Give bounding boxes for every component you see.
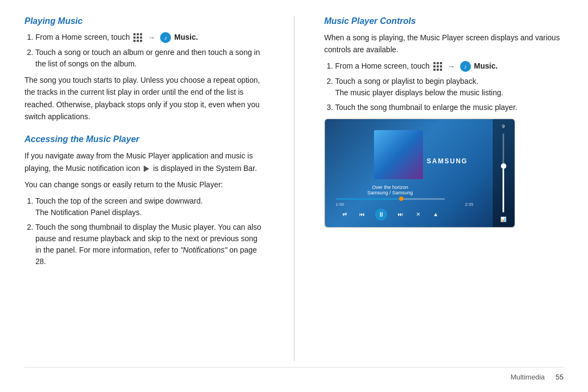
svg-rect-11	[440, 62, 442, 64]
playing-music-steps: From a Home screen, touch	[35, 32, 264, 70]
svg-rect-6	[133, 40, 136, 42]
playing-music-title: Playing Music	[24, 16, 264, 26]
svg-rect-12	[433, 65, 436, 68]
grid-icon	[133, 33, 143, 42]
footer-page: 55	[556, 373, 564, 381]
artist-name: Samsung / Samsung	[325, 190, 456, 195]
svg-rect-13	[437, 65, 439, 68]
prev-btn[interactable]: ⏮	[358, 210, 366, 219]
grid-icon-2	[433, 62, 443, 71]
music-app-icon-1	[160, 32, 171, 43]
play-notification-icon	[144, 166, 149, 172]
column-divider	[294, 16, 295, 362]
volume-track	[503, 133, 504, 212]
svg-rect-9	[433, 62, 436, 64]
arrow-icon-2: →	[448, 61, 455, 72]
svg-rect-8	[140, 40, 142, 42]
svg-rect-7	[137, 40, 139, 42]
accessing-title: Accessing the Music Player	[24, 134, 264, 144]
accessing-body2: You can change songs or easily return to…	[24, 179, 264, 191]
right-column: Music Player Controls When a song is pla…	[319, 16, 564, 362]
menu-btn[interactable]: ▲	[431, 210, 440, 219]
music-controls-section: Music Player Controls When a song is pla…	[324, 16, 564, 228]
time-left: 1:00	[336, 202, 345, 207]
step2-text: Touch a song or touch an album or genre …	[35, 48, 260, 68]
svg-rect-16	[437, 69, 439, 71]
music-controls-steps: From a Home screen, touch	[335, 60, 564, 113]
svg-rect-2	[140, 33, 142, 35]
volume-fill	[503, 165, 504, 212]
svg-rect-1	[137, 33, 139, 35]
player-screenshot: SAMSUNG Over the horizon Samsung / Samsu…	[324, 119, 515, 228]
song-info: Over the horizon Samsung / Samsung	[325, 185, 456, 195]
music-controls-intro: When a song is playing, the Music Player…	[324, 32, 564, 56]
volume-icon: 📊	[500, 217, 506, 222]
footer: Multimedia 55	[24, 367, 564, 381]
playing-music-body: The song you touch starts to play. Unles…	[24, 74, 264, 123]
progress-fill	[336, 198, 401, 200]
controls-step-2: Touch a song or playlist to begin playba…	[335, 76, 564, 99]
playing-music-step-1: From a Home screen, touch	[35, 32, 264, 44]
accessing-body1: If you navigate away from the Music Play…	[24, 150, 264, 174]
samsung-logo: SAMSUNG	[423, 157, 472, 165]
svg-rect-10	[437, 62, 439, 64]
right-panel: 9 📊	[493, 119, 514, 227]
accessing-section: Accessing the Music Player If you naviga…	[24, 134, 264, 267]
album-art: SAMSUNG	[374, 130, 423, 179]
svg-rect-0	[133, 33, 136, 35]
track-number: 9	[502, 124, 505, 129]
accessing-step-2: Touch the song thumbnail to display the …	[35, 222, 264, 267]
page: Playing Music From a Home screen, touch	[0, 0, 588, 392]
arrow-icon-1: →	[148, 32, 155, 44]
controls-step1-bold: Music.	[474, 62, 498, 70]
controls-step-3: Touch the song thumbnail to enlarge the …	[335, 102, 564, 113]
left-column: Playing Music From a Home screen, touch	[24, 16, 270, 362]
accessing-step-1: Touch the top of the screen and swipe do…	[35, 195, 264, 218]
volume-dot	[501, 163, 506, 169]
playing-music-step-2: Touch a song or touch an album or genre …	[35, 47, 264, 70]
progress-dot	[399, 197, 403, 201]
footer-section: Multimedia	[511, 373, 545, 381]
repeat-btn[interactable]: ✕	[414, 210, 422, 219]
content-area: Playing Music From a Home screen, touch	[24, 16, 564, 362]
song-title: Over the horizon	[325, 185, 456, 190]
accessing-steps: Touch the top of the screen and swipe do…	[35, 195, 264, 267]
next-btn[interactable]: ⏭	[396, 210, 405, 219]
controls-step-1: From a Home screen, touch	[335, 60, 564, 72]
music-app-icon-2	[460, 61, 471, 72]
shuffle-btn[interactable]: ⇄	[340, 210, 349, 219]
progress-bar	[336, 198, 445, 200]
svg-rect-4	[137, 36, 139, 39]
svg-rect-5	[140, 36, 142, 39]
step1-bold: Music.	[174, 33, 198, 41]
play-pause-btn[interactable]: ⏸	[375, 209, 387, 220]
player-controls: ⇄ ⏮ ⏸ ⏭ ✕ ▲	[336, 209, 445, 220]
playing-music-section: Playing Music From a Home screen, touch	[24, 16, 264, 122]
svg-rect-15	[433, 69, 436, 71]
svg-rect-17	[440, 69, 442, 71]
music-controls-title: Music Player Controls	[324, 16, 564, 26]
step1-text: From a Home screen, touch	[35, 33, 132, 41]
svg-rect-14	[440, 65, 442, 68]
time-right: 2:35	[465, 202, 474, 207]
svg-rect-3	[133, 36, 136, 39]
